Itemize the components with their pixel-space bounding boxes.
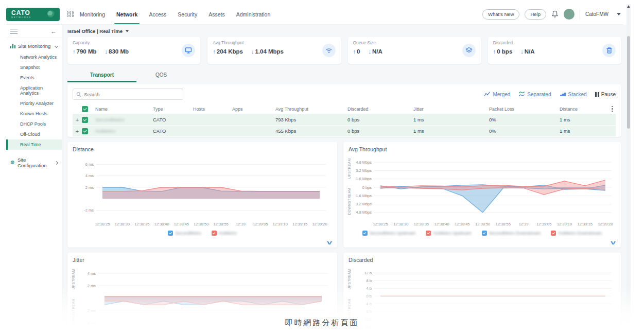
cell-type: CATO [153,117,193,122]
user-avatar[interactable]: ES [564,9,575,20]
svg-text:12:38:45: 12:38:45 [455,222,469,226]
svg-text:8 b: 8 b [367,278,372,283]
down-arrow-icon: ↓ [368,48,371,55]
svg-text:12:39:15: 12:39:15 [578,222,593,226]
table-more-icon[interactable] [609,106,616,112]
account-name[interactable]: CatoFMW [585,11,608,17]
whats-new-button[interactable]: What's New [482,9,519,20]
tab-transport[interactable]: Transport [67,69,136,82]
collapse-sidebar-icon[interactable]: ← [50,28,57,35]
up-arrow-icon: ↑ [213,48,216,55]
nav-item-administration[interactable]: Administration [236,4,271,24]
sidebar-section-label: Site Monitoring [18,43,53,49]
legend-checkbox-red[interactable] [212,231,217,236]
nav-item-monitoring[interactable]: Monitoring [80,4,105,24]
table-toolbar: MergedSeparatedStackedPause [73,89,616,100]
sidebar-section-site-monitoring[interactable]: Site Monitoring [6,38,62,52]
stacked-button[interactable]: Stacked [560,91,587,98]
cato-logo[interactable]: CATO NETWORKS [6,8,60,21]
svg-text:12:39: 12:39 [236,222,246,226]
legend-item[interactable]: SecondMetro Downstream [482,231,541,236]
sidebar-section-site-configuration[interactable]: ⚙ Site Configuration [6,152,62,171]
legend-checkbox-blue[interactable] [168,231,173,236]
legend-item[interactable]: SecondMetro Upstream [362,231,416,236]
legend-item[interactable]: HotMetro Downstream [551,231,602,236]
account-menu-caret-icon[interactable] [617,13,621,15]
search-input[interactable] [84,92,180,97]
svg-text:12:39:20: 12:39:20 [598,222,613,226]
column-header-distance[interactable]: Distance [560,107,609,112]
chart-title: Distance [73,146,332,152]
sidebar-item-off-cloud[interactable]: Off-Cloud [6,129,62,139]
column-header-hosts[interactable]: Hosts [193,107,232,112]
legend-item[interactable]: SecondMetro [168,231,201,236]
column-header-avg-throughput[interactable]: Avg Throughput [275,107,347,112]
kpi-up-value: ↑0 bps [493,48,513,55]
chart-expand-chevron-icon[interactable]: v [611,239,616,245]
sidebar-item-network-analytics[interactable]: Network Analytics [6,52,62,62]
page-scrollbar[interactable] [626,4,631,323]
sidebar-item-dhcp-pools[interactable]: DHCP Pools [6,119,62,129]
table-row[interactable]: +SecondMetroCATO793 Kbps0 bps1 ms0%1 ms [73,114,616,126]
column-header-jitter[interactable]: Jitter [413,107,489,112]
column-header-discarded[interactable]: Discarded [347,107,413,112]
svg-text:12:38:30: 12:38:30 [115,222,130,226]
svg-text:12:38:45: 12:38:45 [174,222,189,226]
legend-checkbox-red[interactable] [426,231,431,236]
svg-text:12:39: 12:39 [519,222,529,226]
column-header-packet-loss[interactable]: Packet Loss [489,107,560,112]
sidebar-item-known-hosts[interactable]: Known Hosts [6,109,62,119]
up-arrow-icon: ↑ [353,48,356,55]
separated-button[interactable]: Separated [518,91,551,98]
sidebar-top: ← [6,25,62,38]
legend-item[interactable]: HotMetro [212,231,237,236]
scrollbar-up-arrow-icon[interactable] [627,5,630,8]
row-expander-icon[interactable]: + [73,128,82,134]
legend-checkbox-blue[interactable] [362,231,368,236]
kpi-label: Capacity [73,40,195,45]
breadcrumb-caret-icon [126,30,129,32]
chart-expand-chevron-icon[interactable]: v [327,239,332,245]
column-header-name[interactable]: Name [95,107,153,112]
apps-grid-icon[interactable] [67,11,74,17]
transport-table: NameTypeHostsAppsAvg ThroughputDiscarded… [73,104,616,137]
column-header-apps[interactable]: Apps [232,107,275,112]
row-expander-icon[interactable]: + [73,117,82,123]
nav-item-assets[interactable]: Assets [208,4,225,24]
sidebar-item-application-analytics[interactable]: Application Analytics [6,83,62,98]
nav-item-access[interactable]: Access [149,4,166,24]
table-row[interactable]: +HotMetroCATO455 Kbps0 bps1 ms0%1 ms [73,126,616,137]
row-checkbox[interactable] [82,117,88,123]
sidebar-item-real-time[interactable]: Real Time [6,139,62,150]
legend-checkbox-blue[interactable] [482,231,487,236]
kpi-values: ↑790 Mb↓830 Mb [73,48,195,55]
merged-label: Merged [493,92,510,97]
kpi-up-value: ↑204 Kbps [213,48,243,55]
kpi-card-discarded: Discarded↑0 bps↓N/A [488,37,621,64]
breadcrumb[interactable]: Israel Office | Real Time [67,27,621,35]
select-all-checkbox[interactable] [82,106,88,112]
hamburger-menu-icon[interactable] [10,27,18,35]
sidebar-item-snapshot[interactable]: Snapshot [6,62,62,73]
tab-qos[interactable]: QOS [136,69,186,82]
svg-text:12:38:40: 12:38:40 [434,222,449,226]
kpi-values: ↑0 bps↓N/A [493,48,616,55]
nav-item-security[interactable]: Security [178,4,197,24]
search-box[interactable] [73,89,183,100]
sidebar-item-events[interactable]: Events [6,73,62,83]
scrollbar-thumb[interactable] [627,36,630,129]
charts-grid: Distance6 ms4 ms2 ms-2 ms12:38:2512:38:3… [67,142,621,334]
column-header-type[interactable]: Type [153,107,193,112]
nav-item-network[interactable]: Network [116,4,137,24]
row-checkbox[interactable] [82,128,88,134]
pause-button[interactable]: Pause [595,92,616,97]
redacted-legend-label: HotMetro [219,231,237,236]
sidebar-item-priority-analyzer[interactable]: Priority Analyzer [6,98,62,109]
legend-checkbox-red[interactable] [551,231,556,236]
help-button[interactable]: Help [525,9,546,20]
merged-button[interactable]: Merged [484,91,510,98]
legend-item[interactable]: HotMetro Upstream [426,231,471,236]
cell-packet-loss: 0% [489,117,560,122]
kpi-label: Queue Size [353,40,476,45]
notifications-bell-icon[interactable] [551,10,559,18]
